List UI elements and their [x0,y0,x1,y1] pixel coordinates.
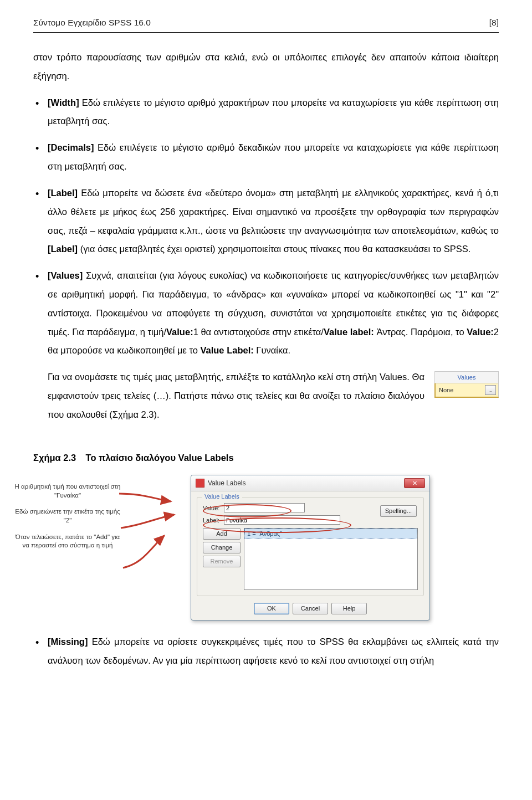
spelling-button[interactable]: Spelling... [380,505,417,517]
text-values-d: Value label: [324,327,374,337]
text-width: Εδώ επιλέγετε το μέγιστο αριθμό χαρακτήρ… [48,98,499,126]
dialog-title: Value Labels [208,479,404,487]
figure-title: Το πλαίσιο διαλόγου Value Labels [86,453,234,463]
values-column-header: Values [434,372,499,383]
text-values-i: Γυναίκα. [254,345,290,355]
app-icon [196,479,204,488]
value-labels-listbox[interactable]: 1 = "Άνδρας" [244,528,418,590]
values-ellipsis-button[interactable]: ... [485,385,496,395]
ok-button[interactable]: OK [254,603,289,614]
label-label: [Label] [48,188,81,198]
label-width: [Width] [48,98,82,107]
text-label-b: [Label] [48,244,78,254]
text-values-c: 1 θα αντιστοιχούσε στην ετικέτα/ [193,327,324,337]
annotation-value: Η αριθμητική τιμή που αντιστοιχεί στη "Γ… [12,483,123,500]
annotation-label: Εδώ σημειώνετε την ετικέτα της τιμής "2" [12,507,123,525]
cancel-button[interactable]: Cancel [293,603,328,614]
header-rule [33,32,499,33]
bullet-values: [Values] Συχνά, απαιτείται (για λόγους ε… [33,266,499,360]
text-values-e: Άντρας. Παρόμοια, το [374,327,467,337]
label-values: [Values] [48,270,86,280]
header-right: [8] [489,18,499,28]
help-button[interactable]: Help [331,603,367,614]
label-decimals: [Decimals] [48,142,98,152]
text-values-f: Value: [467,327,494,337]
change-button[interactable]: Change [203,542,241,553]
annotation-add: Όταν τελειώσετε, πατάτε το "Add" για να … [12,533,123,550]
header-left: Σύντομο Εγχειρίδιο SPSS 16.0 [33,18,151,28]
bullet-width: [Width] Εδώ επιλέγετε το μέγιστο αριθμό … [33,94,499,131]
bullet-label: [Label] Εδώ μπορείτε να δώσετε ένα «δεύτ… [33,184,499,259]
text-label-c: (για όσες μεταβλητές έχει οριστεί) χρησι… [78,244,470,254]
figure-2-3: Η αριθμητική τιμή που αντιστοιχεί στη "Γ… [33,475,499,620]
close-button[interactable]: ✕ [404,478,425,488]
group-legend: Value Labels [202,493,242,500]
text-decimals: Εδώ επιλέγετε το μέγιστο αριθμό δεκαδικώ… [48,142,499,171]
text-label-a: Εδώ μπορείτε να δώσετε ένα «δεύτερο όνομ… [48,188,499,235]
values-cell-text: None [438,387,485,393]
label-missing: [Missing] [48,637,92,647]
text-values-b: Value: [166,327,193,337]
values-column-cell[interactable]: None ... [434,383,499,398]
text-values-h: Value Label: [200,345,253,355]
text-missing: Εδώ μπορείτε να ορίσετε συγκεκριμένες τι… [48,637,499,665]
value-labels-dialog: Value Labels ✕ Value Labels Value: Spell… [191,475,430,620]
bullet-decimals: [Decimals] Εδώ επιλέγετε το μέγιστο αριθ… [33,139,499,176]
remove-button[interactable]: Remove [203,556,241,567]
intro-paragraph: στον τρόπο παρουσίασης των αριθμών στα κ… [33,48,499,86]
bullet-missing: [Missing] Εδώ μπορείτε να ορίσετε συγκεκ… [33,633,499,670]
values-column-snippet: Values None ... [434,371,499,398]
values-paragraph: Για να ονομάσετε τις τιμές μιας μεταβλητ… [48,368,424,424]
figure-heading: Σχήμα 2.3 Το πλαίσιο διαλόγου Value Labe… [33,449,499,468]
close-icon: ✕ [412,480,417,487]
figure-number: Σχήμα 2.3 [33,449,83,468]
